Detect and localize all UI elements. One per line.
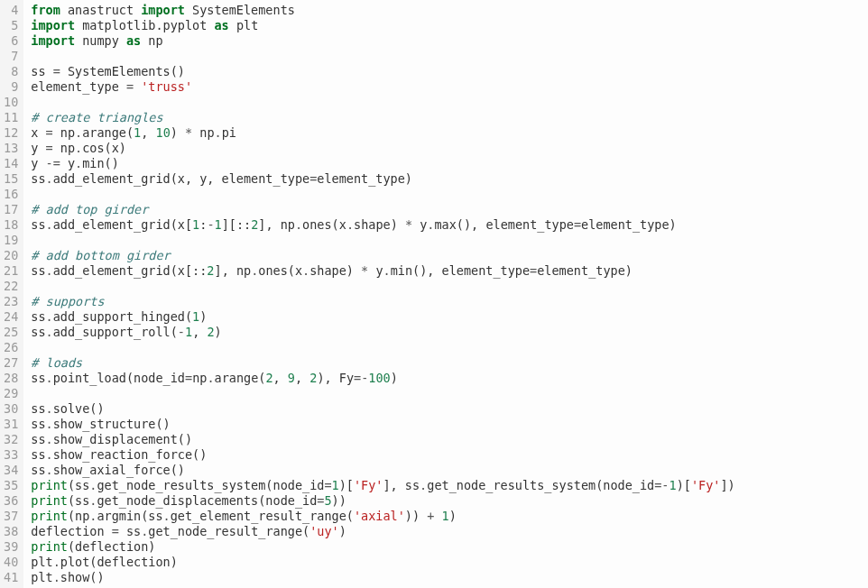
token: element_type) xyxy=(537,263,633,278)
token: ones(x xyxy=(258,263,302,278)
token: . xyxy=(383,263,391,278)
code-line: import matplotlib.pyplot as plt xyxy=(31,18,868,33)
line-number: 4 xyxy=(4,3,18,18)
line-number: 13 xyxy=(4,141,18,156)
token: = xyxy=(574,217,581,232)
token: deflection xyxy=(31,524,111,538)
code-line: ss.show_displacement() xyxy=(31,432,868,447)
token: = xyxy=(53,64,60,78)
token: * xyxy=(405,217,412,232)
token: 2 xyxy=(207,325,214,339)
token: . xyxy=(46,401,53,416)
token: 1 xyxy=(332,478,339,492)
line-number: 27 xyxy=(4,355,18,371)
token: shape) xyxy=(354,217,405,232)
token: . xyxy=(75,125,82,140)
token: 1 xyxy=(215,217,222,232)
token: plt xyxy=(229,18,259,32)
token: , xyxy=(273,371,288,385)
token: = xyxy=(185,371,192,385)
token: min() xyxy=(82,156,119,170)
code-line: plt.plot(deflection) xyxy=(31,555,868,570)
token: . xyxy=(53,570,60,584)
line-number: 24 xyxy=(4,309,18,325)
token: 1 xyxy=(442,509,449,523)
token: ss xyxy=(119,524,141,538)
token: . xyxy=(46,309,53,324)
code-line: print(ss.get_node_results_system(node_id… xyxy=(31,478,868,493)
token: ss xyxy=(31,447,45,462)
token: . xyxy=(46,263,53,278)
code-line: element_type = 'truss' xyxy=(31,79,868,95)
token: 'truss' xyxy=(141,79,192,94)
line-number: 29 xyxy=(4,386,18,401)
token: argmin(ss xyxy=(97,509,162,523)
token: add_element_grid(x, y, element_type xyxy=(53,171,309,186)
code-line xyxy=(31,386,868,401)
line-number: 40 xyxy=(4,555,18,570)
token: show_reaction_force() xyxy=(53,447,208,462)
token: pi xyxy=(222,125,236,140)
token: ss xyxy=(31,309,45,324)
token: import xyxy=(31,33,75,48)
token: ss xyxy=(31,325,45,339)
token: 9 xyxy=(288,371,295,385)
code-line: from anastruct import SystemElements xyxy=(31,3,868,18)
line-number: 6 xyxy=(4,33,18,49)
token: add_support_roll( xyxy=(53,325,178,339)
token: ones(x xyxy=(302,217,346,232)
line-number: 32 xyxy=(4,432,18,447)
token: SystemElements xyxy=(185,3,295,17)
line-number: 28 xyxy=(4,371,18,386)
token: add_support_hinged( xyxy=(53,309,192,324)
token xyxy=(134,79,141,94)
code-line: # supports xyxy=(31,294,868,309)
code-line: ss.add_element_grid(x[::2], np.ones(x.sh… xyxy=(31,263,868,279)
code-line: ss = SystemElements() xyxy=(31,64,868,79)
code-line: import numpy as np xyxy=(31,33,868,49)
line-number: 34 xyxy=(4,463,18,478)
token: print xyxy=(31,493,68,508)
token: 'Fy' xyxy=(354,478,383,492)
token: arange( xyxy=(215,371,266,385)
line-number: 41 xyxy=(4,570,18,585)
line-number: 16 xyxy=(4,187,18,202)
token xyxy=(434,509,441,523)
code-line: # loads xyxy=(31,355,868,371)
token: as xyxy=(214,18,228,32)
token: np xyxy=(53,141,75,155)
line-number: 18 xyxy=(4,217,18,233)
token: arange( xyxy=(82,125,134,140)
token: . xyxy=(295,217,302,232)
token: 'Fy' xyxy=(691,478,721,492)
code-line: # add top girder xyxy=(31,202,868,217)
token: solve() xyxy=(53,401,105,416)
token: =- xyxy=(354,371,368,385)
token: cos(x) xyxy=(82,141,126,155)
code-line xyxy=(31,49,868,64)
code-line xyxy=(31,279,868,294)
token: get_node_result_range( xyxy=(148,524,309,538)
line-number: 5 xyxy=(4,18,18,33)
token: show_structure() xyxy=(53,417,171,431)
code-line xyxy=(31,95,868,110)
token: show_displacement() xyxy=(53,432,192,446)
token: 2 xyxy=(265,371,272,385)
token: SystemElements() xyxy=(60,64,185,78)
line-number: 39 xyxy=(4,539,18,555)
token: ) xyxy=(199,309,207,324)
line-number: 22 xyxy=(4,279,18,294)
token: ][:: xyxy=(222,217,252,232)
token: 5 xyxy=(324,493,331,508)
token: ss xyxy=(31,371,45,385)
line-number: 35 xyxy=(4,478,18,493)
code-line: print(ss.get_node_displacements(node_id=… xyxy=(31,493,868,509)
line-number: 26 xyxy=(4,340,18,355)
token: = xyxy=(112,524,119,538)
token: element_type) xyxy=(317,171,412,186)
token: =- xyxy=(654,478,669,492)
code-line: ss.add_element_grid(x, y, element_type=e… xyxy=(31,171,868,187)
token: ], np xyxy=(258,217,295,232)
token: . xyxy=(75,156,82,170)
line-number: 33 xyxy=(4,447,18,463)
